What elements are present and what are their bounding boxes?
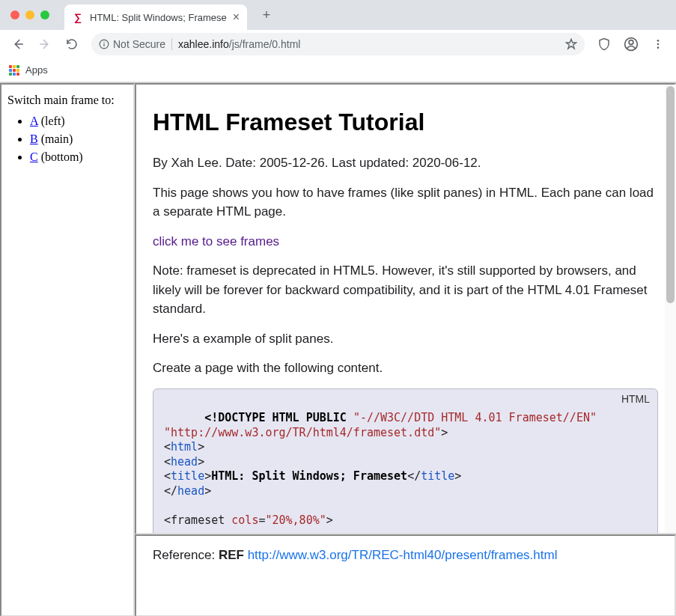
reload-icon (65, 37, 79, 51)
maximize-window-button[interactable] (40, 10, 49, 19)
svg-point-6 (657, 43, 660, 46)
list-item: A (left) (30, 115, 127, 128)
kebab-icon (652, 38, 664, 50)
browser-tab[interactable]: ∑ HTML: Split Windows; Framese × (64, 4, 247, 30)
main-frame: HTML Frameset Tutorial By Xah Lee. Date:… (135, 83, 676, 534)
security-indicator[interactable]: Not Secure (99, 38, 172, 50)
browser-chrome: ∑ HTML: Split Windows; Framese × + Not S… (0, 0, 676, 83)
new-tab-button[interactable]: + (256, 4, 277, 25)
profile-button[interactable] (619, 32, 643, 56)
apps-label: Apps (25, 64, 48, 76)
note-paragraph: Note: frameset is deprecated in HTML5. H… (153, 261, 658, 319)
create-lead: Create a page with the following content… (153, 359, 658, 378)
intro-paragraph: This page shows you how to have frames (… (153, 183, 658, 222)
switch-link-c[interactable]: C (30, 150, 38, 163)
apps-grid-icon (9, 65, 19, 76)
scrollbar-thumb[interactable] (666, 86, 675, 303)
reference-link[interactable]: http://www.w3.org/TR/REC-html40/present/… (248, 548, 558, 562)
url-text: xahlee.info/js/frame/0.html (178, 38, 300, 50)
address-bar[interactable]: Not Secure xahlee.info/js/frame/0.html (91, 33, 585, 55)
arrow-right-icon (38, 37, 52, 51)
left-frame: Switch main frame to: A (left) B (main) … (0, 83, 135, 616)
frameset-content: Switch main frame to: A (left) B (main) … (0, 83, 676, 616)
example-lead: Here's a example of split panes. (153, 329, 658, 349)
ref-bold: REF (219, 548, 244, 562)
code-label: HTML (621, 392, 650, 406)
forward-button[interactable] (33, 32, 57, 56)
not-secure-label: Not Secure (113, 38, 165, 50)
list-item: C (bottom) (30, 150, 127, 164)
tab-title: HTML: Split Windows; Framese (90, 12, 227, 23)
bookmarks-bar: Apps (0, 58, 676, 82)
extension-button[interactable] (592, 32, 616, 56)
code-block: HTML<!DOCTYPE HTML PUBLIC "-//W3C//DTD H… (153, 388, 658, 535)
minimize-window-button[interactable] (25, 10, 34, 19)
svg-point-2 (103, 41, 104, 42)
switch-link-a[interactable]: A (30, 115, 38, 127)
shield-icon (597, 37, 611, 51)
switch-link-b[interactable]: B (30, 132, 38, 145)
bottom-frame: Reference: REF http://www.w3.org/TR/REC-… (135, 534, 676, 616)
reload-button[interactable] (60, 32, 84, 56)
back-button[interactable] (6, 32, 30, 56)
info-icon (99, 39, 109, 49)
toolbar: Not Secure xahlee.info/js/frame/0.html (0, 30, 676, 58)
byline: By Xah Lee. Date: 2005-12-26. Last updat… (153, 153, 658, 173)
menu-button[interactable] (646, 32, 670, 56)
svg-point-5 (657, 40, 660, 42)
star-icon[interactable] (565, 38, 577, 50)
window-controls (10, 10, 49, 19)
close-window-button[interactable] (10, 10, 19, 19)
tab-bar: ∑ HTML: Split Windows; Framese × + (0, 0, 676, 30)
left-frame-heading: Switch main frame to: (7, 94, 127, 107)
svg-point-7 (657, 46, 660, 49)
scrollbar[interactable] (665, 85, 676, 533)
reference-line: Reference: REF http://www.w3.org/TR/REC-… (153, 548, 658, 563)
arrow-left-icon (11, 37, 25, 51)
apps-button[interactable]: Apps (9, 64, 48, 76)
svg-point-4 (629, 40, 633, 45)
user-icon (624, 37, 639, 52)
close-tab-icon[interactable]: × (233, 11, 240, 23)
frame-switch-list: A (left) B (main) C (bottom) (30, 115, 127, 164)
page-title: HTML Frameset Tutorial (153, 104, 658, 140)
see-frames-link[interactable]: click me to see frames (153, 234, 279, 248)
tab-favicon-icon: ∑ (72, 11, 84, 23)
list-item: B (main) (30, 132, 127, 146)
